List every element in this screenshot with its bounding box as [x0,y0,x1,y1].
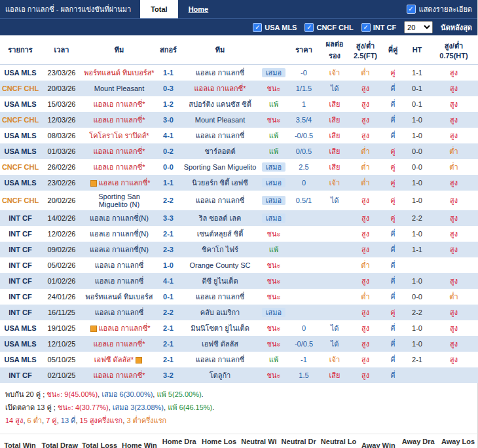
home-team-name[interactable]: แอลเอ กาแลกซี่ [95,277,144,285]
result-cell: ชนะ [259,273,288,289]
date-cell: 01/02/26 [41,273,83,289]
home-team-name[interactable]: พอร์ทแลนด์ ทิมเบอร์ส* [84,69,154,77]
away-team-cell: Mount Pleasant [181,112,259,128]
home-team-name[interactable]: Sporting San Miguelito (N) [98,193,140,208]
league-filter-usa-mls[interactable]: ✓USA MLS [253,23,297,32]
totals-table: Total WinTotal DrawTotal LossHome WinHom… [0,434,478,448]
over-under-ft-cell: ต่ำ [350,159,381,175]
away-team-name[interactable]: คลับ อเมริกา [200,308,240,316]
date-cell: 12/02/26 [41,226,83,242]
home-team-name[interactable]: แอลเอ กาแลกซี่* [94,147,145,155]
over-under-ht-cell: สูง [430,81,478,96]
away-team-name[interactable]: เซนต์หลุยส์ ซิตี้ [197,230,244,238]
over-under-ht-cell [430,367,478,383]
table-row: CNCF CHL12/03/26แอลเอ กาแลกซี่*3-0Mount … [0,112,478,128]
home-team-cell: แอลเอ กาแลกซี่* [83,143,156,159]
away-team-name[interactable]: ชาร์ลอตต์ [204,147,235,155]
home-team-name[interactable]: Mount Pleasant [94,84,144,92]
away-team-name[interactable]: นิวยอร์ก ซิตี้ เอฟซี [192,179,248,187]
over-under-ft-cell: ต่ำ [350,143,381,159]
date-cell: 26/02/26 [41,159,83,175]
over-under-ft-cell: สูง [350,191,381,210]
halftime-score-cell: 1-0 [405,273,430,289]
halftime-score-cell: 2-1 [405,352,430,367]
away-team-name[interactable]: แอลเอ กาแลกซี่* [194,84,246,92]
match-count-select[interactable]: 20 [404,21,433,33]
home-team-name[interactable]: แอลเอ กาแลกซี่(N) [90,214,149,222]
home-team-name[interactable]: เอฟซี ดัลลัส* [94,356,134,364]
away-team-name[interactable]: แอลเอ กาแลกซี่ [196,356,245,364]
home-team-name[interactable]: แอลเอ กาแลกซี่ [95,308,144,316]
home-team-name[interactable]: แอลเอ กาแลกซี่* [94,163,145,171]
home-team-name[interactable]: แอลเอ กาแลกซี่* [94,116,145,124]
over-under-ft-cell: ต่ำ [350,65,381,81]
away-team-name[interactable]: แอลเอ กาแลกซี่ [196,132,245,140]
league-cell: INT CF [0,305,41,320]
away-team-cell: แอลเอ กาแลกซี่ [181,65,259,81]
away-team-cell: Orange County SC [181,257,259,273]
fulltime-score-cell: 0-1 [156,289,181,305]
odd-even-cell: คู่ [381,175,405,191]
home-team-name[interactable]: พอร์ทแลนด์ ทิมเบอร์ส [85,293,153,301]
handicap-price-cell: 3.5/4 [288,112,320,128]
away-team-name[interactable]: Orange County SC [190,261,251,269]
home-team-cell: แอลเอ กาแลกซี่* [83,112,156,128]
over-under-ft-cell: สูง [350,210,381,226]
away-team-name[interactable]: แอลเอ กาแลกซี่ [196,293,245,301]
home-team-name[interactable]: แอลเอ กาแลกซี่* [94,371,145,379]
show-details-toggle[interactable]: ✓ แสดงรายละเอียด [407,0,477,18]
odds-outcome-cell: เสีย [320,96,350,112]
home-team-cell: Mount Pleasant [83,81,156,96]
result-cell: เสมอ [259,305,288,320]
away-team-cell: แอลเอ กาแลกซี่ [181,352,259,367]
tab-home[interactable]: Home [178,0,219,18]
results-table: รายการเวลาทีมสกอร์ทีมราคาผลต่อรองสูง/ต่ำ… [0,35,478,383]
odds-outcome-cell: เจ้า [320,175,350,191]
away-team-name[interactable]: โตลูก้า [210,371,231,379]
away-team-cell: ริล ซอลต์ เลค [181,210,259,226]
away-team-name[interactable]: Sporting San Miguelito [184,163,257,171]
halftime-score-cell [405,367,430,383]
home-team-name[interactable]: โคโลราโด ราปิดส์* [89,132,149,140]
home-team-name[interactable]: แอลเอ กาแลกซี่* [99,324,151,332]
handicap-price-cell: 0 [288,175,320,191]
team-flag-icon [90,180,97,187]
totals-header: Neutral Win [239,434,279,448]
fulltime-score-cell: 4-1 [156,128,181,143]
over-under-ft-cell: สูง [350,96,381,112]
home-team-name[interactable]: แอลเอ กาแลกซี่* [99,179,151,187]
over-under-ft-cell: สูง [350,273,381,289]
column-header: ทีม [181,35,259,65]
away-team-cell: แอลเอ กาแลกซี่ [181,128,259,143]
home-team-name[interactable]: แอลเอ กาแลกซี่ [95,261,144,269]
result-cell: เสมอ [259,159,288,175]
away-team-name[interactable]: สปอร์ติง แคนซัส ซิตี้ [189,100,251,108]
table-row: USA MLS19/10/25แอลเอ กาแลกซี่*2-1มินนิโซ… [0,320,478,336]
away-team-name[interactable]: แอลเอ กาแลกซี่ [196,196,245,204]
tab-total[interactable]: Total [140,0,177,18]
checkbox-checked-icon: ✓ [407,5,416,14]
summary-segment: 13 คี่ [61,417,76,424]
away-team-name[interactable]: ดีซี ยูไนเต็ด [202,277,238,285]
odd-even-cell: คี่ [381,128,405,143]
summary-segment: เสมอ 3(23.08%) [113,403,164,411]
league-filter-int-cf[interactable]: ✓INT CF [361,23,396,32]
league-filter-cncf-chl[interactable]: ✓CNCF CHL [304,23,353,32]
home-team-name[interactable]: แอลเอ กาแลกซี่(N) [90,246,149,253]
away-team-name[interactable]: Mount Pleasant [195,116,245,124]
home-team-name[interactable]: แอลเอ กาแลกซี่* [94,340,145,348]
column-header: สูง/ต่ำ 2.5(FT) [350,35,381,65]
away-team-name[interactable]: ชิคาโก ไฟร์ [202,246,238,253]
away-team-name[interactable]: แอลเอ กาแลกซี่ [196,69,245,77]
odds-outcome-cell: เสีย [320,143,350,159]
away-team-name[interactable]: ริล ซอลต์ เลค [199,214,242,222]
home-team-cell: Sporting San Miguelito (N) [83,191,156,210]
away-team-name[interactable]: มินนิโซตา ยูไนเต็ด [191,324,249,332]
away-team-name[interactable]: เอฟซี ดัลลัส [202,340,238,348]
fulltime-score-cell: 4-1 [156,273,181,289]
away-team-cell: เอฟซี ดัลลัส [181,336,259,352]
home-team-name[interactable]: แอลเอ กาแลกซี่* [94,100,145,108]
home-team-name[interactable]: แอลเอ กาแลกซี่(N) [90,230,149,238]
away-team-cell: คลับ อเมริกา [181,305,259,320]
league-cell: CNCF CHL [0,112,41,128]
